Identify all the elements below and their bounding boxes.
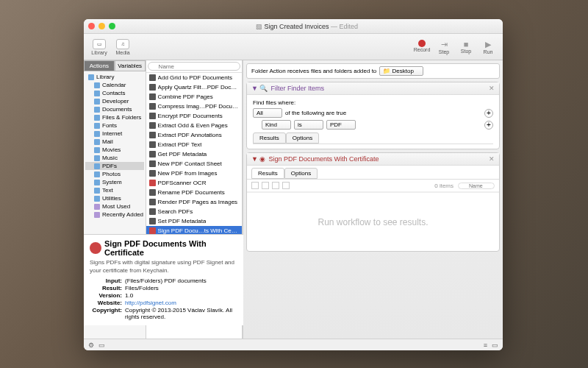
items-count: 0 items: [434, 183, 453, 189]
workflow-canvas[interactable]: Folder Action receives files and folders…: [243, 60, 503, 339]
action-icon: [149, 180, 156, 186]
options-tab[interactable]: Options: [286, 132, 320, 144]
action-item[interactable]: Render PDF Pages as Images: [146, 197, 242, 207]
tree-label: Recently Added: [102, 211, 143, 218]
signet-icon: ▼ ◉: [251, 155, 265, 163]
action-item[interactable]: Combine PDF Pages: [146, 92, 242, 102]
close-icon[interactable]: ✕: [489, 155, 495, 163]
action-item[interactable]: New PDF Contact Sheet: [146, 159, 242, 169]
stop-button[interactable]: ■Stop: [456, 40, 476, 54]
column-view-button[interactable]: [272, 182, 279, 189]
sign-pdf-action: ▼ ◉Sign PDF Documents With Certificate✕ …: [246, 152, 500, 252]
action-item[interactable]: Rename PDF Documents: [146, 188, 242, 197]
media-button[interactable]: ♫Media: [112, 39, 134, 55]
website-link[interactable]: http://pdfsignet.com: [125, 300, 176, 306]
tab-variables[interactable]: Variables: [115, 60, 146, 71]
tree-item[interactable]: Utilities: [85, 194, 144, 202]
list-view-button[interactable]: [262, 182, 269, 189]
action-item[interactable]: Extract PDF Text: [146, 140, 242, 149]
action-icon: [149, 93, 156, 100]
variables-icon[interactable]: ▭: [492, 342, 498, 349]
minimize-button[interactable]: [98, 23, 105, 29]
action-item[interactable]: Get PDF Metadata: [146, 149, 242, 159]
tree-item[interactable]: Text: [85, 186, 144, 194]
folder-icon: [94, 147, 100, 153]
tree-item[interactable]: Documents: [85, 105, 144, 113]
stack-icon[interactable]: ▭: [98, 342, 105, 349]
titlebar: ▧ Sign Created Invoices — Edited: [84, 19, 503, 34]
action-icon: [149, 132, 156, 138]
action-icon: [149, 122, 156, 129]
action-item[interactable]: Encrypt PDF Documents: [146, 111, 242, 121]
folder-icon: [94, 107, 100, 113]
tree-item[interactable]: Mail: [85, 138, 144, 146]
add-condition-button[interactable]: +: [484, 121, 493, 130]
add-rule-button[interactable]: +: [484, 109, 493, 118]
tree-item[interactable]: Movies: [85, 146, 144, 154]
tree-label: Movies: [102, 146, 121, 153]
action-label: New PDF from Images: [158, 170, 218, 177]
record-button[interactable]: Record: [412, 40, 432, 54]
tree-item[interactable]: Music: [85, 154, 144, 162]
step-button[interactable]: ⇥Step: [434, 40, 454, 54]
tree-item[interactable]: Recently Added: [85, 210, 144, 219]
folder-select[interactable]: 📁 Desktop: [379, 66, 423, 76]
tree-item[interactable]: Most Used: [85, 202, 144, 210]
search-input[interactable]: [148, 62, 240, 71]
tree-label: Developer: [102, 98, 129, 105]
kind-select[interactable]: Kind: [262, 120, 291, 130]
tree-item[interactable]: Photos: [85, 170, 144, 178]
action-label: Set PDF Metadata: [158, 218, 207, 224]
action-detail-panel: Sign PDF Documents With Certificate Sign…: [84, 234, 243, 325]
action-item[interactable]: Apply Quartz Filt…PDF Documents: [146, 82, 242, 92]
close-button[interactable]: [88, 23, 95, 29]
scope-select[interactable]: All: [253, 108, 282, 118]
operator-select[interactable]: is: [294, 120, 323, 130]
tree-item[interactable]: Calendar: [85, 81, 144, 89]
people-view-button[interactable]: [282, 182, 290, 189]
action-item[interactable]: Extract Odd & Even Pages: [146, 121, 242, 130]
tree-item[interactable]: Contacts: [85, 89, 144, 97]
tree-label: Most Used: [102, 203, 130, 210]
tree-item[interactable]: Developer: [85, 97, 144, 105]
window-title: ▧ Sign Created Invoices — Edited: [115, 23, 498, 30]
results-placeholder: Run workflow to see results.: [247, 192, 499, 251]
action-label: PDFScanner OCR: [158, 180, 207, 186]
gear-icon[interactable]: ⚙: [88, 342, 94, 349]
action-item[interactable]: Set PDF Metadata: [146, 216, 242, 226]
icon-view-button[interactable]: [251, 182, 259, 189]
tree-item[interactable]: Files & Folders: [85, 113, 144, 121]
folder-icon: [94, 196, 100, 202]
zoom-button[interactable]: [109, 23, 115, 29]
action-item[interactable]: Add Grid to PDF Documents: [146, 73, 242, 82]
action-label: Extract PDF Annotations: [158, 132, 222, 138]
run-button[interactable]: ▶Run: [478, 40, 498, 54]
log-icon[interactable]: ≡: [484, 342, 487, 349]
library-button[interactable]: ▭Library: [88, 39, 110, 55]
tree-label: Documents: [102, 106, 132, 113]
folder-icon: [94, 163, 100, 169]
action-item[interactable]: Compress Imag…PDF Documents: [146, 102, 242, 111]
results-tab[interactable]: Results: [253, 132, 286, 144]
action-icon: [149, 170, 156, 177]
finder-icon: ▼ 🔍: [251, 85, 268, 92]
action-item[interactable]: Search PDFs: [146, 207, 242, 216]
tree-item[interactable]: Internet: [85, 130, 144, 138]
folder-action-input: Folder Action receives files and folders…: [246, 63, 500, 79]
close-icon[interactable]: ✕: [489, 85, 495, 92]
tree-item[interactable]: Fonts: [85, 121, 144, 130]
automator-window: ▧ Sign Created Invoices — Edited ▭Librar…: [84, 19, 503, 350]
action-item[interactable]: PDFScanner OCR: [146, 178, 242, 188]
value-select[interactable]: PDF: [326, 120, 356, 130]
action-item[interactable]: New PDF from Images: [146, 169, 242, 178]
action-item[interactable]: Extract PDF Annotations: [146, 130, 242, 140]
action-icon: [149, 151, 156, 158]
tab-actions[interactable]: Actions: [84, 60, 115, 71]
results-tab[interactable]: Results: [251, 168, 284, 179]
results-search[interactable]: [458, 183, 495, 189]
options-tab[interactable]: Options: [284, 168, 318, 179]
tree-item[interactable]: System: [85, 178, 144, 186]
action-label: Rename PDF Documents: [158, 189, 225, 196]
tree-item[interactable]: PDFs: [85, 162, 144, 170]
tree-item[interactable]: Library: [85, 73, 144, 81]
